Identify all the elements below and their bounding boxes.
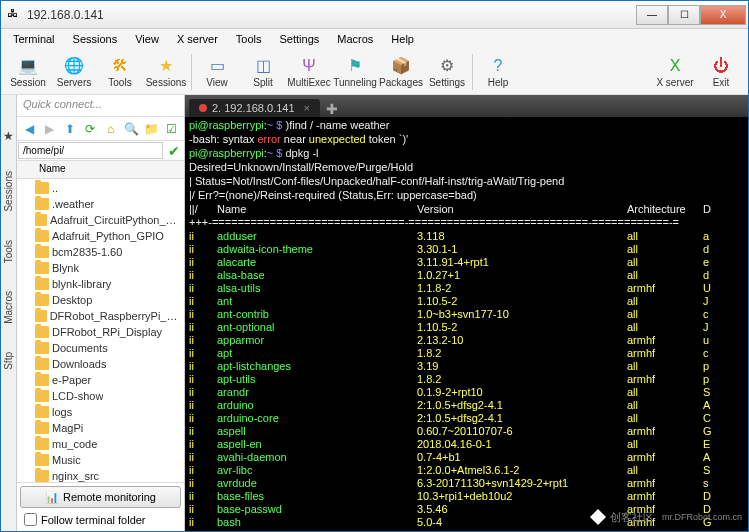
toolbar-x-server-button[interactable]: XX server xyxy=(652,51,698,93)
maximize-button[interactable]: ☐ xyxy=(668,5,700,25)
up-icon[interactable]: ⬆ xyxy=(62,120,78,138)
folder-icon xyxy=(35,470,49,482)
menu-help[interactable]: Help xyxy=(383,31,422,47)
file-item[interactable]: Blynk xyxy=(19,260,182,276)
folder-icon xyxy=(35,230,49,242)
file-item[interactable]: blynk-library xyxy=(19,276,182,292)
parent-folder[interactable]: .. xyxy=(19,180,182,196)
toolbar-multiexec-button[interactable]: ΨMultiExec xyxy=(286,51,332,93)
close-button[interactable]: X xyxy=(700,5,746,25)
star-icon[interactable]: ★ xyxy=(2,125,15,147)
file-item[interactable]: Downloads xyxy=(19,356,182,372)
side-tab-sftp[interactable]: Sftp xyxy=(2,348,15,374)
find-icon[interactable]: 🔍 xyxy=(123,120,139,138)
file-item[interactable]: Adafruit_Python_GPIO xyxy=(19,228,182,244)
folder-icon xyxy=(35,246,49,258)
toolbar-help-button[interactable]: ?Help xyxy=(475,51,521,93)
side-tab-macros[interactable]: Macros xyxy=(2,287,15,328)
toolbar-split-button[interactable]: ◫Split xyxy=(240,51,286,93)
folder-icon xyxy=(35,214,47,226)
folder-icon xyxy=(35,342,49,354)
file-header-name[interactable]: Name xyxy=(17,161,184,179)
tab-close-icon[interactable]: × xyxy=(304,102,310,114)
folder-icon xyxy=(35,310,47,322)
file-item[interactable]: Documents xyxy=(19,340,182,356)
monitor-icon: 📊 xyxy=(45,491,59,504)
file-item[interactable]: LCD-show xyxy=(19,388,182,404)
session-icon: 💻 xyxy=(18,56,38,76)
menu-terminal[interactable]: Terminal xyxy=(5,31,63,47)
folder-icon xyxy=(35,326,49,338)
home-icon[interactable]: ⌂ xyxy=(103,120,119,138)
toolbar-servers-button[interactable]: 🌐Servers xyxy=(51,51,97,93)
terminal-output[interactable]: pi@raspberrypi:~ $ )find / -name weather… xyxy=(185,117,748,531)
quick-connect-input[interactable]: Quick connect... xyxy=(17,95,184,117)
multiexec-icon: Ψ xyxy=(299,56,319,76)
remote-monitoring-button[interactable]: 📊 Remote monitoring xyxy=(20,486,181,508)
file-item[interactable]: mu_code xyxy=(19,436,182,452)
help-icon: ? xyxy=(488,56,508,76)
menu-view[interactable]: View xyxy=(127,31,167,47)
folder-icon xyxy=(35,198,49,210)
menu-x-server[interactable]: X server xyxy=(169,31,226,47)
toolbar-session-button[interactable]: 💻Session xyxy=(5,51,51,93)
back-icon[interactable]: ◀ xyxy=(21,120,37,138)
exit-icon: ⏻ xyxy=(711,56,731,76)
tunneling-icon: ⚑ xyxy=(345,56,365,76)
servers-icon: 🌐 xyxy=(64,56,84,76)
file-item[interactable]: Music xyxy=(19,452,182,468)
toolbar-tunneling-button[interactable]: ⚑Tunneling xyxy=(332,51,378,93)
menu-sessions[interactable]: Sessions xyxy=(65,31,126,47)
file-item[interactable]: DFRobot_RaspberryPi_A02YY... xyxy=(19,308,182,324)
folder-icon xyxy=(35,278,49,290)
file-item[interactable]: nginx_src xyxy=(19,468,182,482)
file-item[interactable]: MagPi xyxy=(19,420,182,436)
forward-icon[interactable]: ▶ xyxy=(41,120,57,138)
toolbar-settings-button[interactable]: ⚙Settings xyxy=(424,51,470,93)
folder-icon xyxy=(35,390,49,402)
side-tab-sessions[interactable]: Sessions xyxy=(2,167,15,216)
toolbar-exit-button[interactable]: ⏻Exit xyxy=(698,51,744,93)
window-title: 192.168.0.141 xyxy=(27,8,636,22)
file-item[interactable]: Desktop xyxy=(19,292,182,308)
tools-icon: 🛠 xyxy=(110,56,130,76)
add-tab-button[interactable]: ✚ xyxy=(326,101,338,117)
side-tab-tools[interactable]: Tools xyxy=(2,236,15,267)
folder-icon xyxy=(35,454,49,466)
packages-icon: 📦 xyxy=(391,56,411,76)
file-item[interactable]: bcm2835-1.60 xyxy=(19,244,182,260)
toolbar-packages-button[interactable]: 📦Packages xyxy=(378,51,424,93)
tab-icon xyxy=(199,104,207,112)
x server-icon: X xyxy=(665,56,685,76)
file-item[interactable]: logs xyxy=(19,404,182,420)
folder-icon[interactable]: 📁 xyxy=(143,120,159,138)
folder-icon xyxy=(35,374,49,386)
toolbar-tools-button[interactable]: 🛠Tools xyxy=(97,51,143,93)
sessions-icon: ★ xyxy=(156,56,176,76)
refresh-icon[interactable]: ⟳ xyxy=(82,120,98,138)
toolbar-view-button[interactable]: ▭View xyxy=(194,51,240,93)
terminal-tab[interactable]: 2. 192.168.0.141 × xyxy=(189,99,320,117)
menu-tools[interactable]: Tools xyxy=(228,31,270,47)
toggle-icon[interactable]: ☑ xyxy=(164,120,180,138)
folder-icon xyxy=(35,262,49,274)
toolbar-sessions-button[interactable]: ★Sessions xyxy=(143,51,189,93)
menu-macros[interactable]: Macros xyxy=(329,31,381,47)
app-icon: 🖧 xyxy=(7,7,23,23)
path-input[interactable]: /home/pi/ xyxy=(18,142,163,159)
menu-settings[interactable]: Settings xyxy=(272,31,328,47)
file-item[interactable]: .weather xyxy=(19,196,182,212)
view-icon: ▭ xyxy=(207,56,227,76)
follow-terminal-checkbox[interactable] xyxy=(24,513,37,526)
folder-icon xyxy=(35,182,49,194)
folder-icon xyxy=(35,438,49,450)
file-item[interactable]: Adafruit_CircuitPython_SSD1... xyxy=(19,212,182,228)
file-item[interactable]: DFRobot_RPi_Display xyxy=(19,324,182,340)
watermark: 创客社区mr.DFRobot.com.cn xyxy=(590,509,742,525)
file-item[interactable]: e-Paper xyxy=(19,372,182,388)
minimize-button[interactable]: — xyxy=(636,5,668,25)
settings-icon: ⚙ xyxy=(437,56,457,76)
folder-icon xyxy=(35,422,49,434)
folder-icon xyxy=(35,406,49,418)
status-ok-icon: ✔ xyxy=(168,143,180,159)
